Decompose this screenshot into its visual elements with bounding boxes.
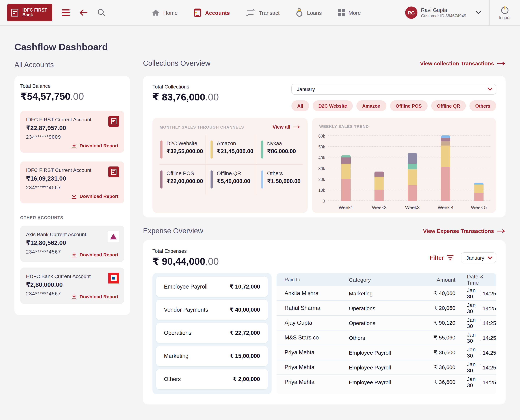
channel-color-bar [211, 141, 213, 158]
expense-category-row: Others ₹ 2,00,000 [156, 369, 268, 389]
account-balance: ₹22,87,957.00 [26, 124, 119, 132]
stacked-bar-week3 [408, 153, 417, 201]
total-balance-label: Total Balance [20, 83, 124, 89]
view-all-link[interactable]: View all [273, 124, 300, 130]
expense-card: Total Expenses ₹ 90,44,000.00 Filter Jan… [143, 240, 505, 405]
filter-chip[interactable]: Others [469, 100, 496, 111]
account-card: Axis Bank Current Account ₹12,80,562.00 … [20, 226, 124, 262]
date-time-separator [480, 320, 480, 325]
stacked-bar-week1 [341, 155, 351, 201]
download-report-link[interactable]: Download Report [72, 194, 119, 199]
filter-chip[interactable]: Offline QR [431, 100, 466, 111]
expenses-header-row: Expense Overview View Expense Transactio… [143, 227, 505, 235]
channel-color-bar [211, 171, 213, 188]
expense-table-row: Priya Mehta Employee Payroll ₹ 36,600 Ja… [277, 360, 496, 375]
time-value: 14:25 [483, 290, 496, 296]
chevron-down-icon [488, 256, 492, 259]
download-report-link[interactable]: Download Report [72, 143, 119, 148]
amount-cell: ₹ 20,060 [414, 305, 455, 311]
loans-icon [295, 8, 303, 17]
nav-item-transact[interactable]: Transact [246, 9, 280, 16]
time-value: 14:25 [483, 335, 496, 341]
nav-item-accounts[interactable]: Accounts [193, 8, 230, 17]
bar-segment-yellow [474, 185, 483, 193]
nav-user-area: RG Ravi Gupta Customer ID 384674949 logo… [405, 0, 520, 25]
y-axis-tick: 30k [312, 166, 325, 171]
download-report-link[interactable]: Download Report [72, 294, 119, 299]
hdfc-bank-logo [108, 273, 119, 284]
filter-button[interactable]: Filter [430, 255, 453, 261]
date-time-separator [480, 380, 480, 385]
home-icon [152, 9, 160, 17]
category-name: Operations [164, 330, 191, 336]
category-cell: Operations [349, 305, 414, 311]
date-time-cell: Jan 30 14:25 [455, 331, 496, 344]
total-expenses-label: Total Expenses [152, 248, 219, 254]
view-collection-transactions-link[interactable]: View collection Transactions [420, 60, 505, 67]
channel-amount: ₹1,50,000.00 [267, 178, 300, 185]
category-amount: ₹ 10,72,000 [230, 284, 260, 290]
nav-item-home[interactable]: Home [152, 9, 178, 17]
expense-category-row: Employee Payroll ₹ 10,72,000 [156, 277, 268, 297]
category-cell: Marketing [349, 290, 414, 296]
logout-button[interactable]: logout [490, 6, 520, 20]
collections-card: Total Collections ₹ 83,76,000.00 January… [143, 76, 505, 218]
arrow-right-icon [293, 125, 300, 128]
chevron-down-icon[interactable] [475, 11, 481, 15]
filter-chip[interactable]: Amazon [357, 100, 386, 111]
category-cell: Employee Payroll [349, 364, 414, 370]
nav-item-more[interactable]: More [338, 9, 361, 16]
bar-segment-pink [374, 190, 384, 201]
expense-category-row: Operations ₹ 22,72,000 [156, 323, 268, 343]
account-number-masked: 234******9009 [26, 134, 119, 140]
other-accounts-list: Axis Bank Current Account ₹12,80,562.00 … [20, 226, 124, 304]
filter-chip[interactable]: D2C Website [313, 100, 353, 111]
menu-icon[interactable] [62, 9, 70, 16]
collections-month-dropdown[interactable]: January [291, 84, 496, 95]
top-nav: IDFC FIRST Bank Home [0, 0, 520, 26]
amount-cell: ₹ 55,060 [414, 334, 455, 341]
cashflow-dashboard: IDFC FIRST Bank Home [0, 0, 520, 420]
idfc-bank-logo-small [108, 116, 119, 127]
more-grid-icon [338, 9, 345, 16]
expense-heading: Expense Overview [143, 227, 203, 235]
view-expense-transactions-link[interactable]: View Expense Transactions [423, 228, 505, 234]
channel-color-bar [261, 141, 263, 158]
bar-segment-yellow [341, 163, 351, 179]
paid-to-cell: Ajay Gupta [277, 320, 349, 326]
channel-name: Offline POS [166, 171, 203, 176]
channel-name: Others [267, 171, 300, 176]
x-axis-tick: Week2 [363, 205, 396, 210]
category-cell: Employee Payroll [349, 349, 414, 356]
channel-amount: ₹5,40,000.00 [217, 178, 250, 185]
category-amount: ₹ 2,00,000 [233, 376, 260, 382]
date-value: Jan 30 [467, 317, 477, 329]
back-arrow-icon[interactable] [79, 9, 88, 16]
primary-nav: Home Accounts Transact Loans [152, 0, 361, 25]
expense-table-header: Paid to Category Amount Date & Time [277, 273, 496, 286]
bar-segment-pink [341, 179, 351, 201]
nav-item-loans[interactable]: Loans [295, 8, 322, 17]
expense-month-dropdown[interactable]: January [461, 252, 496, 263]
bar-segment-yellow [374, 176, 384, 190]
channel-color-bar [160, 171, 163, 188]
download-report-link[interactable]: Download Report [72, 252, 119, 257]
x-axis-tick: Week1 [329, 205, 363, 210]
expense-categories-list: Employee Payroll ₹ 10,72,000 Vendor Paym… [152, 273, 272, 394]
account-name: IDFC FIRST Current Account [26, 117, 119, 122]
idfc-bank-logo[interactable]: IDFC FIRST Bank [7, 4, 52, 21]
user-avatar[interactable]: RG [405, 7, 417, 19]
filter-chip[interactable]: All [291, 100, 309, 111]
bar-segment-mauve [441, 137, 450, 141]
paid-to-cell: Priya Mehta [277, 364, 349, 371]
user-customer-id: Customer ID 384674949 [421, 13, 466, 19]
total-collections-label: Total Collections [152, 84, 219, 90]
paid-to-cell: M&S Stars.co [277, 334, 349, 341]
date-value: Jan 30 [467, 331, 477, 344]
search-icon[interactable] [97, 8, 106, 17]
category-cell: Others [349, 335, 414, 341]
account-number-masked: 234******4567 [26, 185, 119, 190]
expense-table-row: Rahul Sharma Operations ₹ 20,060 Jan 30 … [277, 300, 496, 315]
filter-chip[interactable]: Offline POS [390, 100, 427, 111]
channel-color-bar [261, 171, 263, 188]
